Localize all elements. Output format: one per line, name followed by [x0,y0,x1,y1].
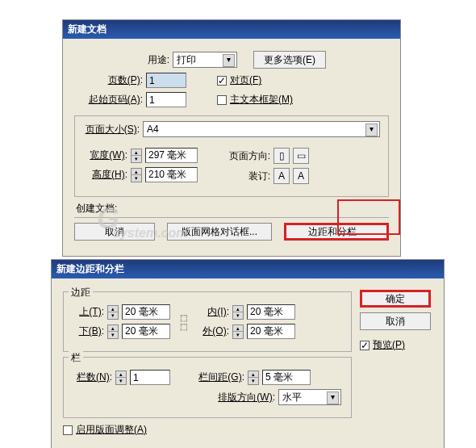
page-size-label: 页面大小(S): [83,123,140,136]
inside-input[interactable]: 20 毫米 [247,304,295,320]
start-page-label: 起始页码(A): [74,93,143,107]
outside-spinner[interactable]: ▴▾ [232,324,244,339]
enable-layout-label: 启用版面调整(A) [76,423,147,437]
gutter-input[interactable]: 5 毫米 [262,370,311,385]
width-input[interactable]: 297 毫米 [145,148,198,163]
top-spinner[interactable]: ▴▾ [107,305,119,320]
margins-columns-dialog: 新建边距和分栏 边距 上(T): ▴▾ 20 毫米 下(B): ▴▾ [51,259,445,448]
preview-checkbox[interactable]: ✓ [360,341,370,350]
gutter-label: 栏间距(G): [196,371,244,384]
height-spinner[interactable]: ▴▾ [131,168,142,182]
master-frame-checkbox[interactable] [217,95,227,105]
enable-layout-checkbox[interactable] [63,425,73,435]
landscape-icon[interactable]: ▭ [293,148,309,164]
facing-pages-label: 对页(F) [230,73,261,87]
use-label: 用途: [137,53,169,67]
new-document-dialog: 新建文档 用途: 打印 更多选项(E) 页数(P): 1 ✓ 对页(F) 起始页… [62,19,401,257]
col-count-label: 栏数(N): [72,371,112,384]
create-doc-label: 创建文档: [76,202,389,216]
top-label: 上(T): [72,305,104,319]
col-count-spinner[interactable]: ▴▾ [115,371,127,385]
bottom-label: 下(B): [72,324,104,338]
bottom-spinner[interactable]: ▴▾ [107,324,119,339]
inside-label: 内(I): [197,305,229,319]
inside-spinner[interactable]: ▴▾ [232,305,244,320]
columns-group-label: 栏 [69,351,83,365]
cancel-button-2[interactable]: 取消 [360,312,431,330]
portrait-icon[interactable]: ▯ [273,148,290,164]
pages-input[interactable]: 1 [146,73,186,88]
outside-input[interactable]: 20 毫米 [247,324,295,339]
gutter-spinner[interactable]: ▴▾ [248,371,259,385]
more-options-button[interactable]: 更多选项(E) [253,51,326,69]
ok-button[interactable]: 确定 [360,290,431,308]
binding-left-icon[interactable]: A [273,168,290,184]
page-size-select[interactable]: A4 [143,121,380,137]
width-spinner[interactable]: ▴▾ [131,149,142,163]
start-page-input[interactable]: 1 [146,92,186,107]
col-count-input[interactable]: 1 [130,370,170,385]
link-margins-icon[interactable]: ⬚⬚ [180,313,187,331]
direction-label: 排版方向(W): [212,391,275,404]
width-label: 宽度(W): [83,149,127,162]
dialog2-title: 新建边距和分栏 [52,260,444,278]
margins-columns-button[interactable]: 边距和分栏... [284,223,389,241]
facing-pages-checkbox[interactable]: ✓ [217,76,227,86]
margins-group-label: 边距 [69,286,93,299]
cancel-button[interactable]: 取消 [74,223,155,241]
pages-label: 页数(P): [74,73,143,87]
use-select[interactable]: 打印 [173,52,237,68]
binding-label: 装订: [222,170,270,183]
height-label: 高度(H): [83,168,127,182]
dialog-title: 新建文档 [63,20,400,39]
bottom-input[interactable]: 20 毫米 [122,324,170,339]
height-input[interactable]: 210 毫米 [145,167,198,182]
orientation-label: 页面方向: [222,149,270,163]
binding-right-icon[interactable]: A [293,168,309,184]
direction-select[interactable]: 水平 [278,389,341,405]
top-input[interactable]: 20 毫米 [122,304,170,320]
grid-dialog-button[interactable]: 版面网格对话框... [167,223,272,241]
outside-label: 外(O): [197,324,229,338]
master-frame-label: 主文本框架(M) [230,93,293,107]
preview-label: 预览(P) [373,338,405,352]
